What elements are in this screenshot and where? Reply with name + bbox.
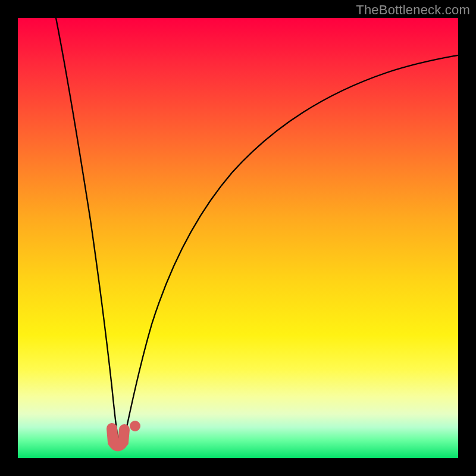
- watermark-text: TheBottleneck.com: [356, 2, 470, 18]
- plot-area: [18, 18, 458, 458]
- curve-right-branch: [123, 55, 458, 446]
- chart-frame: TheBottleneck.com: [0, 0, 476, 476]
- bottleneck-curve: [18, 18, 458, 458]
- curve-left-branch: [55, 18, 119, 446]
- valley-marker-dot: [130, 421, 140, 431]
